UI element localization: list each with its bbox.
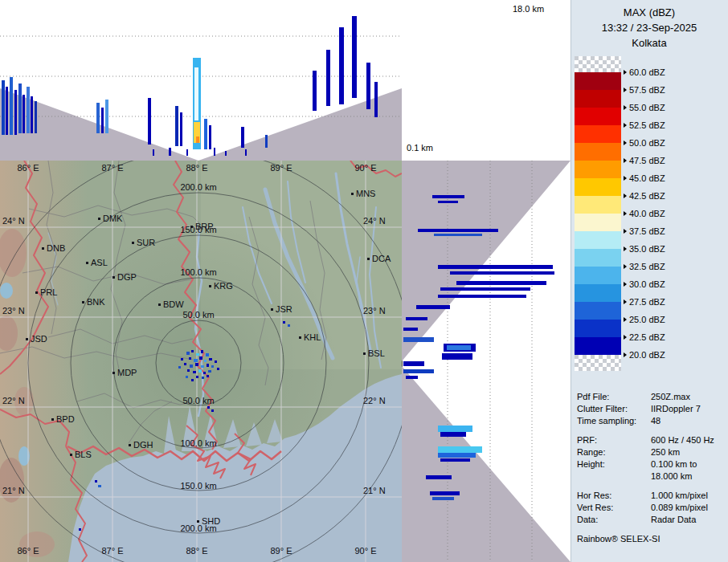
legend-color-band [575, 161, 621, 178]
info-row: Hor Res:1.000 km/pixel [577, 490, 725, 502]
info-value: IIRDoppler 7 [651, 403, 725, 415]
radar-echo [196, 376, 198, 378]
info-value: 0.089 km/pixel [651, 502, 725, 514]
longitude-label: 86° E [17, 546, 39, 556]
axis-corner: 18.0 km 0.1 km [402, 0, 571, 161]
echo-bar [352, 16, 357, 98]
echo-bar [438, 453, 476, 458]
info-groups: Pdf File:250Z.maxClutter Filter:IIRDoppl… [577, 391, 725, 526]
range-ring-label: 100.0 km [180, 267, 216, 277]
echo-bar [440, 432, 466, 437]
city-marker [86, 262, 88, 264]
city-marker [35, 291, 38, 294]
legend-color-band [575, 320, 621, 337]
city-marker [132, 242, 134, 244]
longitude-label: 90° E [354, 546, 376, 556]
legend-checker-band [575, 56, 621, 72]
echo-bar [432, 195, 464, 198]
tick-arrow-icon [624, 158, 627, 163]
legend-threshold-text: 20.0 dBZ [629, 350, 665, 360]
echo-bar [438, 446, 482, 453]
legend-color-band [575, 178, 621, 196]
info-label: Hor Res: [577, 490, 651, 502]
info-row: Vert Res:0.089 km/pixel [577, 502, 725, 514]
info-value: Radar Data [651, 514, 725, 526]
city-marker [112, 372, 115, 374]
tick-arrow-icon [624, 176, 627, 181]
echo-bar [416, 305, 450, 309]
radar-echo [288, 324, 290, 327]
legend-threshold-label: 22.5 dBZ [624, 332, 665, 343]
echo-bar [426, 475, 452, 479]
echo-bar [447, 345, 471, 350]
radar-echo [203, 372, 206, 374]
legend-color-band [575, 143, 621, 161]
radar-echo [199, 356, 202, 360]
legend-color-band [575, 267, 621, 284]
city-label: BLS [75, 450, 92, 459]
city-label: JSD [31, 334, 47, 344]
radar-echo [193, 371, 196, 373]
city-label: ASL [91, 258, 108, 267]
echo-bar [339, 27, 344, 104]
info-label [577, 470, 651, 483]
longitude-label: 87° E [101, 546, 123, 556]
city-marker [26, 338, 28, 340]
city-marker [209, 285, 211, 287]
city-label: DCA [372, 254, 391, 263]
info-label: Data: [577, 514, 651, 526]
echo-bar [245, 149, 247, 156]
radar-echo [201, 365, 204, 368]
radar-echo [208, 370, 211, 373]
tick-arrow-icon [624, 282, 627, 287]
city-marker [129, 444, 131, 446]
legend-threshold-text: 37.5 dBZ [629, 226, 665, 236]
echo-bar [403, 361, 424, 366]
radar-echo [187, 369, 190, 372]
longitude-label: 88° E [186, 163, 207, 173]
latitude-label: 22° N [363, 396, 386, 405]
echo-bar [418, 229, 498, 232]
echo-bar [27, 87, 30, 133]
info-label: Vert Res: [577, 502, 651, 514]
city-marker [299, 336, 301, 339]
legend-threshold-label: 55.0 dBZ [624, 102, 665, 113]
legend-threshold-text: 40.0 dBZ [629, 209, 665, 218]
legend-color-band [575, 337, 621, 355]
radar-echo [191, 350, 194, 352]
echo-bar [186, 149, 188, 156]
legend-color-band [575, 108, 621, 125]
top-height-profile-panel [0, 0, 402, 161]
tick-arrow-icon [624, 264, 627, 269]
legend-threshold-label: 42.5 dBZ [624, 190, 665, 202]
echo-bar [430, 491, 460, 495]
city-marker [42, 247, 44, 250]
city-marker [363, 352, 366, 355]
echo-bar [450, 271, 554, 275]
radar-echo [186, 352, 190, 355]
latitude-label: 22° N [2, 396, 25, 405]
city-label: BSL [368, 348, 385, 358]
radar-echo [283, 321, 285, 324]
city-label: JSR [276, 304, 292, 314]
echo-bar [204, 119, 207, 149]
product-info-block: Pdf File:250Z.maxClutter Filter:IIRDoppl… [577, 391, 725, 545]
longitude-label: 86° E [17, 163, 39, 173]
city-marker [190, 226, 193, 228]
city-label: KHL [304, 332, 321, 342]
radar-echo [191, 379, 194, 381]
legend-threshold-label: 50.0 dBZ [624, 137, 665, 149]
map-canvas: 86° E86° E87° E87° E88° E88° E89° E89° E… [0, 161, 402, 562]
echo-bar [196, 136, 199, 143]
city-label: PRL [40, 287, 57, 297]
radar-echo [198, 369, 202, 373]
info-value: 250Z.max [651, 391, 725, 403]
tick-arrow-icon [624, 211, 627, 216]
info-value: 0.100 km to [651, 458, 725, 470]
radar-echo [194, 359, 198, 362]
city-label: SHD [202, 516, 220, 526]
info-row: Time sampling:48 [577, 415, 725, 427]
echo-bar [241, 127, 244, 148]
out-of-range-mask [0, 161, 402, 562]
city-marker [197, 520, 199, 523]
